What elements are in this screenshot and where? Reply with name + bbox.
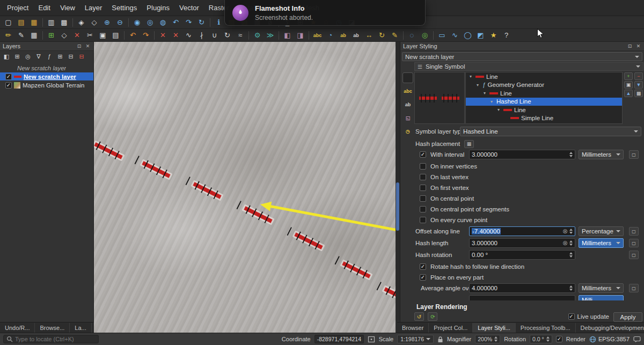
placement-option-checkbox[interactable]: [420, 185, 426, 191]
manage-map-themes-icon[interactable]: ◎: [23, 52, 33, 61]
highlight-pinned-labels-icon[interactable]: ab: [350, 30, 362, 41]
duplicate-symbol-layer-button[interactable]: ▣: [624, 81, 633, 89]
spinner-arrows[interactable]: [569, 229, 573, 234]
dock-tab[interactable]: Browse...: [35, 323, 70, 333]
zoom-full-icon[interactable]: ◉: [131, 17, 143, 28]
placement-option-checkbox[interactable]: [420, 217, 426, 223]
clipped-unit-combo[interactable]: Milli...: [579, 295, 624, 300]
dock-tab[interactable]: Undo/R...: [0, 323, 35, 333]
live-update-checkbox[interactable]: [568, 313, 575, 320]
render-checkbox[interactable]: [556, 336, 562, 342]
layer-rendering-header[interactable]: Layer Rendering: [414, 303, 643, 311]
symbol-mode-combo[interactable]: ☰ Single Symbol: [414, 62, 643, 71]
zoom-out-icon[interactable]: ⊖: [114, 17, 126, 28]
processing-toolbox-icon[interactable]: ⚙: [251, 30, 264, 41]
messages-icon[interactable]: [633, 336, 641, 343]
open-layer-styling-icon[interactable]: ◧: [2, 52, 11, 61]
save-project-icon[interactable]: ▦: [28, 17, 40, 28]
styling-panel-scrollbar[interactable]: [396, 42, 400, 321]
change-label-icon[interactable]: ✎: [389, 30, 401, 41]
data-defined-override-button[interactable]: ▢: [629, 284, 639, 292]
move-layer-down-button[interactable]: ▼: [634, 81, 643, 89]
symbol-tree-item[interactable]: ▾Line: [466, 72, 622, 81]
merge-features-icon[interactable]: ∪: [208, 30, 221, 41]
expander-icon[interactable]: ▾: [468, 74, 473, 79]
pin-labels-icon[interactable]: ab: [337, 30, 349, 41]
hash-length-field[interactable]: 3.000000 ⊗: [469, 238, 575, 248]
flameshot-notification[interactable]: Flameshot Info Screenshot aborted.: [224, 0, 426, 26]
zoom-to-layer-icon[interactable]: ◍: [157, 17, 169, 28]
select-rectangle-icon[interactable]: ▭: [436, 30, 448, 41]
rotate-label-icon[interactable]: ↻: [376, 30, 388, 41]
menu-layer[interactable]: Layer: [80, 1, 107, 14]
expand-all-icon[interactable]: ⊞: [55, 52, 65, 61]
cut-features-icon[interactable]: ✂: [84, 30, 96, 41]
spinner-arrows[interactable]: [494, 336, 497, 342]
filter-by-expression-icon[interactable]: ƒ: [45, 52, 54, 61]
open-project-icon[interactable]: ▤: [15, 17, 27, 28]
select-freehand-icon[interactable]: ∿: [449, 30, 461, 41]
remove-symbol-layer-button[interactable]: −: [634, 72, 643, 80]
hash-length-unit-combo[interactable]: Millimeters: [579, 238, 624, 248]
expander-icon[interactable]: ▾: [496, 107, 501, 112]
hash-rotation-field[interactable]: 0.00 °: [469, 250, 575, 260]
expander-icon[interactable]: ▾: [475, 83, 480, 87]
expander-icon[interactable]: ▾: [482, 91, 487, 96]
menu-view[interactable]: View: [55, 1, 80, 14]
placement-option-checkbox[interactable]: [420, 163, 426, 170]
scale-combo[interactable]: 1:198176: [397, 335, 434, 343]
close-panel-icon[interactable]: ✕: [85, 43, 91, 49]
spinner-arrows[interactable]: [569, 252, 573, 258]
layer-item[interactable]: New scratch layer: [0, 72, 93, 80]
zoom-next-icon[interactable]: ↷: [182, 17, 195, 28]
redo-icon[interactable]: ↷: [140, 30, 152, 41]
reload-style-button[interactable]: ⟳: [428, 312, 437, 321]
layer-visibility-checkbox[interactable]: [5, 82, 12, 89]
copy-features-icon[interactable]: ▣: [97, 30, 109, 41]
add-group-icon[interactable]: ⊞: [12, 52, 22, 61]
menu-plugins[interactable]: Plugins: [142, 1, 174, 14]
menu-vector[interactable]: Vector: [174, 1, 204, 14]
rotate-hash-checkbox[interactable]: [420, 263, 426, 270]
add-symbol-layer-button[interactable]: +: [624, 72, 633, 80]
osm-search-icon[interactable]: ◎: [419, 30, 431, 41]
placement-option-checkbox[interactable]: [420, 174, 426, 180]
symbol-tree-item[interactable]: Simple Line: [466, 114, 622, 123]
average-angle-field[interactable]: 4.000000: [469, 283, 575, 293]
spinner-arrows[interactable]: [569, 240, 573, 246]
refresh-map-icon[interactable]: ↻: [195, 17, 208, 28]
mask-tab[interactable]: ab: [403, 100, 413, 109]
map-canvas[interactable]: [94, 42, 396, 333]
place-every-part-checkbox[interactable]: [420, 274, 426, 281]
paste-features-icon[interactable]: ▤: [109, 30, 122, 41]
live-update-toggle[interactable]: Live update: [568, 313, 609, 320]
plugin-star-icon[interactable]: ★: [487, 30, 500, 41]
identify-features-icon[interactable]: ℹ: [213, 17, 225, 28]
layer-diagram-icon[interactable]: ◔: [324, 30, 336, 41]
rotate-feature-icon[interactable]: ↻: [221, 30, 233, 41]
layout-manager-icon[interactable]: ▩: [58, 17, 70, 28]
dock-tab[interactable]: La...: [70, 323, 91, 333]
paste-style-icon[interactable]: ◨: [294, 30, 306, 41]
layer-item[interactable]: New scratch layer: [0, 64, 93, 72]
help-contents-icon[interactable]: ?: [500, 30, 513, 41]
remove-layer-icon[interactable]: ⊟: [77, 52, 86, 61]
data-defined-override-button[interactable]: ▢: [629, 227, 639, 236]
layer-visibility-checkbox[interactable]: [5, 74, 12, 80]
metasearch-icon[interactable]: ◌: [406, 30, 418, 41]
current-edits-icon[interactable]: ✏: [2, 30, 14, 41]
symbol-layer-type-combo[interactable]: Hashed Line: [460, 127, 641, 136]
close-panel-icon[interactable]: ✕: [635, 43, 641, 49]
symbol-tree-item[interactable]: ▾ƒGeometry Generator: [466, 81, 622, 90]
filter-legend-icon[interactable]: ∇: [34, 52, 43, 61]
pan-map-icon[interactable]: ◈: [75, 17, 87, 28]
symbol-tree-item[interactable]: ▾Hashed Line: [466, 98, 622, 106]
spinner-arrows[interactable]: [569, 152, 573, 157]
symbol-tree-item[interactable]: ▾Line: [466, 89, 622, 98]
split-features-icon[interactable]: ∤: [195, 30, 208, 41]
layer-labeling-icon[interactable]: abc: [311, 30, 324, 41]
float-panel-icon[interactable]: ⊡: [627, 43, 633, 49]
dock-tab[interactable]: Project Col...: [429, 323, 473, 333]
delete-part-icon[interactable]: ✕: [157, 30, 169, 41]
undo-icon[interactable]: ↶: [127, 30, 139, 41]
